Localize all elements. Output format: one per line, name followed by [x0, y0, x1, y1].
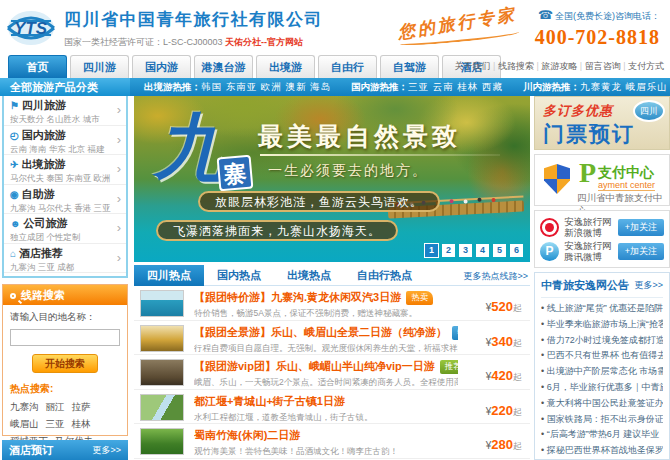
tour-title[interactable]: 蜀南竹海(休闲)二日游: [194, 429, 300, 441]
tour-tab[interactable]: 四川热点: [134, 265, 204, 286]
clock-icon: ◴: [10, 130, 19, 141]
destination-input[interactable]: [10, 329, 120, 346]
price-amount: 280: [491, 437, 513, 452]
nav-tab[interactable]: 四川游: [70, 55, 129, 78]
utility-link[interactable]: 旅游攻略: [536, 61, 577, 71]
hot-search-link[interactable]: 峨眉山: [10, 415, 39, 432]
tour-title[interactable]: 【跟团全景游】乐山、峨眉山全景二日游（纯净游）: [194, 326, 447, 338]
hot-search-link[interactable]: 丽江: [46, 398, 65, 415]
nav-tab[interactable]: 自驾游: [380, 55, 439, 78]
announcement-item[interactable]: 借力72小时过境免签成都打造知: [541, 333, 663, 349]
tour-tab[interactable]: 国内热点: [204, 265, 274, 286]
announcement-item[interactable]: 出境游中产阶层常态化 市场需要: [541, 364, 663, 380]
hot-group-links[interactable]: 三亚 云南 桂林 西藏: [408, 81, 503, 92]
tour-thumbnail: [140, 359, 184, 386]
more-tours-link[interactable]: 更多热点线路>>: [463, 270, 528, 283]
camera-icon: ◉: [10, 189, 19, 200]
search-icon: [10, 293, 16, 299]
announcement-item[interactable]: 探秘巴西世界杯首战地圣保罗 体: [541, 443, 663, 459]
category-item[interactable]: ⌂酒店推荐 九寨沟 三亚 成都: [4, 244, 126, 274]
tour-tag-badge: 推荐: [440, 360, 458, 374]
hot-search-link[interactable]: 拉萨: [72, 398, 91, 415]
banner-page-dot[interactable]: 6: [510, 244, 523, 257]
banner-page-dot[interactable]: 5: [493, 244, 506, 257]
banner-verse-2: 飞瀑洒落拂面来，九寨山水扬海天。: [156, 220, 398, 241]
tour-thumbnail: [140, 428, 184, 455]
hot-destinations-bar: 全部旅游产品分类 出境游热推：韩国 东南亚 欧洲 澳新 海岛 国内游热推：三亚 …: [0, 78, 670, 96]
category-item[interactable]: ◉自助游 九寨沟 马尔代夫 香港 三亚: [4, 185, 126, 215]
tour-tab-strip: 四川热点 国内热点 出境热点 自由行热点 更多热点线路>>: [134, 265, 530, 286]
announcement-item[interactable]: 毕业季来临旅游市场上演“抢客”: [541, 317, 663, 333]
banner-calligraphy-jiu: 九: [154, 100, 226, 196]
nav-tab[interactable]: 首页: [8, 55, 67, 78]
nav-tab[interactable]: 出境游: [256, 55, 315, 78]
utility-link[interactable]: 留言咨询: [580, 61, 621, 71]
jiuzhaigou-hero-banner[interactable]: 九 寨 最美最自然景致 一生必须要去的地方。 放眼层林彩池涟，鱼游云头鸟语欢。 …: [134, 96, 530, 262]
banner-subheadline: 一生必须要去的地方。: [268, 162, 428, 180]
announcement-more-link[interactable]: 更多>>: [634, 279, 663, 292]
category-item[interactable]: ⚑四川旅游 按天数分 名山胜水 城市: [4, 96, 126, 126]
ticket-booking-promo[interactable]: 多订多优惠 门票预订 四川: [534, 96, 670, 150]
tour-row[interactable]: 蜀南竹海(休闲)二日游 观竹海美景！尝特色美味！品酒城文化！嗨李庄古韵！ ¥28…: [134, 424, 530, 459]
follow-button[interactable]: +加关注: [618, 243, 664, 260]
hotel-bar-title: 酒店预订: [9, 443, 53, 458]
announcement-item[interactable]: 线上旅游“尾货” 优惠还是陷阱: [541, 301, 663, 317]
tour-row[interactable]: 【跟团特价游】九寨沟.黄龙休闲双汽3日游热卖 特价销售，畅游5A景点，保证不强制…: [134, 286, 530, 321]
category-sublinks[interactable]: 马尔代夫 泰国 东南亚 欧洲: [10, 173, 122, 185]
utility-link[interactable]: 线路搜索: [493, 61, 534, 71]
banner-page-dot[interactable]: 1: [425, 244, 438, 257]
follow-button[interactable]: +加关注: [618, 219, 664, 236]
utility-link[interactable]: 支付方式: [623, 61, 664, 71]
tour-tab[interactable]: 自由行热点: [344, 265, 425, 286]
tour-price: ¥520起: [486, 297, 522, 315]
hotel-booking-bar[interactable]: 酒店预订 更多>>: [2, 440, 128, 460]
nav-tab[interactable]: 国内游: [132, 55, 191, 78]
announcement-item[interactable]: 巴西不只有世界杯 也有值得去旅: [541, 348, 663, 364]
tour-thumbnail: [140, 325, 184, 352]
nav-tab[interactable]: 自由行: [318, 55, 377, 78]
announcement-item[interactable]: “后高考游”带热6月 建议毕业: [541, 427, 663, 443]
nav-tab[interactable]: 港澳台游: [194, 55, 253, 78]
chevron-right-icon: [117, 132, 121, 147]
hot-group-links[interactable]: 韩国 东南亚 欧洲 澳新 海岛: [201, 81, 331, 92]
chevron-right-icon: [117, 161, 121, 176]
banner-page-dot[interactable]: 4: [476, 244, 489, 257]
payment-center-promo[interactable]: P 支付中心 ayment center 四川省中青旅支付中心: [534, 154, 670, 206]
category-sublinks[interactable]: 九寨沟 三亚 成都: [10, 262, 122, 274]
tour-title[interactable]: 【跟团特价游】九寨沟.黄龙休闲双汽3日游: [194, 291, 401, 303]
catalog-header[interactable]: 全部旅游产品分类: [0, 78, 130, 96]
category-sublinks[interactable]: 云南 海南 华东 北京 福建: [10, 144, 122, 156]
hot-group-links[interactable]: 九寨黄龙 峨眉乐山 稻城亚丁 海螺沟: [580, 81, 670, 92]
tour-title[interactable]: 【跟团游vip团】乐山、峨嵋山半山纯净vip一日游: [194, 360, 435, 372]
tour-tab[interactable]: 出境热点: [274, 265, 344, 286]
hotel-more-link[interactable]: 更多>>: [92, 444, 121, 457]
weibo-follow-panel: 安逸旅行网 新浪微博 +加关注 安逸旅行网 腾讯微博 +加关注: [534, 210, 670, 268]
category-item[interactable]: ☻公司旅游 独立成团 个性定制: [4, 214, 126, 244]
hot-search-link[interactable]: 桂林: [72, 415, 91, 432]
category-item[interactable]: ✈出境旅游 马尔代夫 泰国 东南亚 欧洲: [4, 155, 126, 185]
tour-description: 水利工程都江堰，道教圣地青城山，街子古镇。: [194, 412, 458, 424]
tour-row[interactable]: 【跟团游vip团】乐山、峨嵋山半山纯净vip一日游推荐 峨眉、乐山，一天畅玩2个…: [134, 355, 530, 390]
banner-page-dot[interactable]: 3: [459, 244, 472, 257]
weibo-account-name: 安逸旅行网: [564, 216, 618, 227]
tour-row[interactable]: 都江堰+青城山+街子古镇1日游 水利工程都江堰，道教圣地青城山，街子古镇。 ¥2…: [134, 390, 530, 425]
hot-search-link[interactable]: 三亚: [46, 415, 65, 432]
announcement-item[interactable]: 国家铁路局：拒不出示身份证将被: [541, 412, 663, 428]
announcement-item[interactable]: 6月，毕业旅行优惠多｜中青旅: [541, 380, 663, 396]
tour-title[interactable]: 都江堰+青城山+街子古镇1日游: [194, 395, 345, 407]
main-nav: 首页 四川游 国内游 港澳台游 出境游 自由行 自驾游 酒店 关于我们 线路搜索: [0, 54, 670, 78]
category-sublinks[interactable]: 九寨沟 马尔代夫 香港 三亚: [10, 203, 122, 215]
ticket-title: 门票预订: [543, 120, 635, 148]
hot-lines: 出境游热推：韩国 东南亚 欧洲 澳新 海岛 国内游热推：三亚 云南 桂林 西藏 …: [144, 78, 670, 96]
utility-link[interactable]: 关于我们: [455, 61, 491, 71]
price-suffix: 起: [513, 441, 522, 451]
announcement-item[interactable]: 意大利将中国公民赴意签证办理时: [541, 396, 663, 412]
banner-page-dot[interactable]: 2: [442, 244, 455, 257]
category-sublinks[interactable]: 独立成团 个性定制: [10, 232, 122, 244]
weibo-account-name: 安逸旅行网: [564, 240, 618, 251]
tour-row[interactable]: 【跟团全景游】乐山、峨眉山全景二日游（纯净游）特价 行程自费项目自愿自理。无强制…: [134, 321, 530, 356]
hot-search-link[interactable]: 九寨沟: [10, 398, 39, 415]
category-item[interactable]: ◴国内旅游 云南 海南 华东 北京 福建: [4, 126, 126, 156]
start-search-button[interactable]: 开始搜索: [32, 354, 98, 373]
category-sublinks[interactable]: 按天数分 名山胜水 城市: [10, 114, 122, 126]
